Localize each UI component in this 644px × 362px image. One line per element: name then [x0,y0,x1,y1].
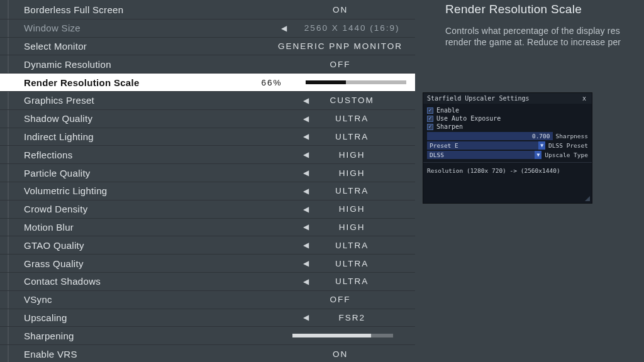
setting-value: OFF [315,295,365,304]
setting-value: FSR2 [327,313,377,322]
setting-value-area: OFF [274,295,406,304]
setting-value-area: ◀HIGH [274,204,406,214]
upscaler-overlay[interactable]: Starfield Upscaler Settings x ✓Enable✓Us… [423,92,592,204]
setting-value: 2560 X 1440 (16:9) [304,23,400,33]
setting-label: Contact Shadows [24,276,274,287]
sharpness-value[interactable]: 0.700 [427,132,553,140]
chevron-left-icon[interactable]: ◀ [303,278,309,285]
setting-label: Crowd Density [24,204,274,214]
setting-label: Window Size [24,23,274,33]
checkbox-icon[interactable]: ✓ [427,107,433,114]
setting-label: Enable VRS [24,349,274,359]
setting-value-area: 66% [260,78,406,87]
chevron-left-icon[interactable]: ◀ [303,187,309,195]
setting-row[interactable]: Borderless Full ScreenON [0,1,415,19]
setting-value: HIGH [327,222,377,232]
setting-row[interactable]: Sharpening [0,327,415,345]
setting-label: Reflections [24,150,274,160]
setting-value: HIGH [327,204,377,214]
setting-row[interactable]: Shadow Quality◀ULTRA [0,110,415,128]
setting-value-area: ◀HIGH [274,222,406,232]
setting-value: ULTRA [327,259,377,268]
slider-track[interactable] [306,80,406,84]
chevron-left-icon[interactable]: ◀ [281,25,287,32]
info-title: Render Resolution Scale [445,3,644,16]
setting-value-area: ◀HIGH [274,150,406,160]
setting-label: GTAO Quality [24,240,274,251]
checkbox-icon[interactable]: ✓ [427,124,433,130]
slider-fill [292,334,371,337]
setting-value: CUSTOM [327,96,377,105]
setting-value-area: ◀FSR2 [274,313,406,322]
setting-value-area: ON [274,5,406,14]
slider-fill [306,80,346,84]
setting-row[interactable]: GTAO Quality◀ULTRA [0,236,415,255]
chevron-left-icon[interactable]: ◀ [303,169,309,177]
overlay-titlebar[interactable]: Starfield Upscaler Settings x [423,93,592,104]
setting-row[interactable]: Contact Shadows◀ULTRA [0,273,415,291]
chevron-left-icon[interactable]: ◀ [303,115,309,123]
setting-value-area: ◀ULTRA [274,277,406,286]
overlay-resolution: Resolution (1280x 720) -> (2560x1440) [427,166,588,199]
setting-value-area: ◀2560 X 1440 (16:9) [274,23,406,33]
checkbox-label: Enable [436,107,459,114]
sharpness-row: 0.700 Sharpness [427,132,588,140]
chevron-left-icon[interactable]: ◀ [303,314,309,321]
setting-row[interactable]: Render Resolution Scale66% [0,74,415,92]
chevron-left-icon[interactable]: ◀ [303,223,309,231]
setting-label: Dynamic Resolution [24,59,274,70]
overlay-title: Starfield Upscaler Settings [427,95,530,102]
setting-value-area: ◀ULTRA [274,241,406,250]
checkbox-label: Sharpen [436,123,463,130]
resize-handle-icon[interactable] [585,196,590,201]
setting-value: HIGH [327,168,377,178]
setting-row[interactable]: VSyncOFF [0,291,415,309]
setting-value: ULTRA [327,114,377,123]
settings-list: Borderless Full ScreenONWindow Size◀2560… [0,0,415,362]
setting-row[interactable]: Crowd Density◀HIGH [0,200,415,219]
chevron-left-icon[interactable]: ◀ [303,151,309,158]
setting-row[interactable]: Graphics Preset◀CUSTOM [0,92,415,110]
setting-row[interactable]: Enable VRSON [0,345,415,362]
setting-row[interactable]: Volumetric Lighting◀ULTRA [0,182,415,200]
setting-value: GENERIC PNP MONITOR [278,41,402,51]
setting-label: Indirect Lighting [24,131,274,142]
setting-row[interactable]: Select MonitorGENERIC PNP MONITOR [0,38,415,56]
slider-track[interactable] [292,334,393,337]
setting-row[interactable]: Reflections◀HIGH [0,146,415,164]
setting-value: ULTRA [327,186,377,195]
preset-value[interactable]: Preset E [427,141,538,150]
preset-label: DLSS Preset [545,142,588,149]
chevron-left-icon[interactable]: ◀ [303,241,309,249]
setting-value-area: ◀CUSTOM [274,96,406,105]
setting-row[interactable]: Dynamic ResolutionOFF [0,55,415,74]
chevron-left-icon[interactable]: ◀ [303,97,309,104]
setting-label: VSync [24,294,274,305]
upscale-label: Upscale Type [541,151,588,158]
overlay-body: ✓Enable✓Use Auto Exposure✓Sharpen 0.700 … [423,104,592,203]
setting-row[interactable]: Upscaling◀FSR2 [0,309,415,327]
setting-row[interactable]: Grass Quality◀ULTRA [0,255,415,273]
setting-label: Shadow Quality [24,113,274,124]
close-icon[interactable]: x [580,95,588,102]
overlay-separator [423,162,592,163]
setting-value: ULTRA [327,277,377,286]
setting-row[interactable]: Window Size◀2560 X 1440 (16:9) [0,19,415,38]
setting-row[interactable]: Particle Quality◀HIGH [0,164,415,182]
setting-label: Particle Quality [24,168,274,178]
setting-value-area: ◀ULTRA [274,132,406,141]
upscale-value[interactable]: DLSS [427,151,535,159]
setting-row[interactable]: Indirect Lighting◀ULTRA [0,128,415,146]
chevron-left-icon[interactable]: ◀ [303,206,309,213]
chevron-down-icon[interactable]: ▼ [538,141,545,150]
chevron-left-icon[interactable]: ◀ [303,260,309,267]
overlay-checkbox-row: ✓Use Auto Exposure [427,114,588,123]
checkbox-icon[interactable]: ✓ [427,116,433,122]
chevron-down-icon[interactable]: ▼ [535,151,541,159]
info-description: Controls what percentage of the display … [445,25,644,48]
setting-row[interactable]: Motion Blur◀HIGH [0,219,415,237]
setting-value: OFF [315,60,365,69]
setting-value-area: ◀HIGH [274,168,406,178]
setting-value: ULTRA [327,241,377,250]
chevron-left-icon[interactable]: ◀ [303,133,309,140]
